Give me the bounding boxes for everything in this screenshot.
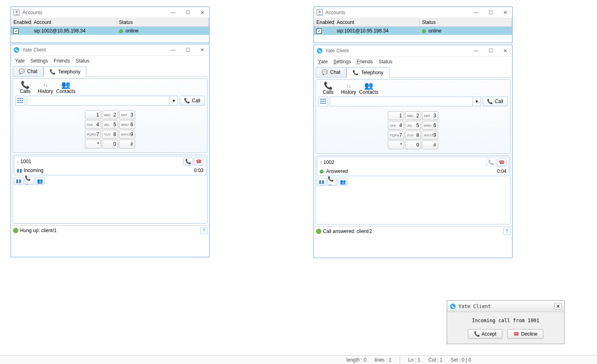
keypad-key-0[interactable]: 0 [102, 140, 118, 149]
keypad-key-1[interactable]: 1 [85, 110, 101, 119]
tab-telephony[interactable]: 📞Telephony [346, 67, 389, 78]
tab-chat[interactable]: 💬Chat [13, 66, 43, 76]
calls-button[interactable]: 📞Calls [318, 81, 338, 95]
hold-button[interactable]: ▮▮ [317, 178, 327, 186]
close-button[interactable]: ✕ [198, 10, 207, 15]
transfer-button[interactable]: 📞↔ [327, 178, 337, 186]
dial-input[interactable] [27, 96, 169, 105]
keypad-key-#[interactable]: # [119, 140, 135, 149]
account-row[interactable]: ✓ sip:1002@10.95.198.34 online [11, 27, 209, 35]
hold-button[interactable]: ▮▮ [14, 177, 24, 185]
call-button[interactable]: 📞Call [180, 96, 205, 106]
col-account[interactable]: Account [31, 18, 117, 26]
keypad-key-8[interactable]: TUV8 [102, 130, 118, 139]
close-button[interactable]: ✕ [501, 10, 510, 15]
menu-status[interactable]: Status [379, 59, 392, 65]
menu-settings[interactable]: Settings [333, 59, 351, 65]
keypad-key-8[interactable]: TUV8 [405, 131, 421, 140]
dial-input[interactable] [330, 97, 472, 106]
svg-rect-9 [19, 100, 21, 101]
call-item[interactable]: ↑ 1002 📞 ☎ Answered 0:04 [317, 157, 509, 176]
titlebar[interactable]: Accounts — ☐ ✕ [11, 7, 209, 18]
answer-button[interactable]: 📞 [183, 157, 193, 166]
help-button[interactable]: ? [503, 228, 510, 235]
keypad-toggle-button[interactable] [15, 96, 25, 106]
keypad-key-0[interactable]: 0 [405, 140, 421, 149]
account-row[interactable]: ✓ sip:1001@10.95.198.34 online [314, 27, 512, 35]
keypad-toggle-button[interactable] [318, 97, 328, 106]
contacts-button[interactable]: 👥Contacts [56, 80, 76, 94]
keypad-key-9[interactable]: WXYZ9 [422, 131, 438, 140]
titlebar[interactable]: Yate Client — ☐ ✕ [11, 44, 209, 56]
col-enabled[interactable]: Enabled [11, 18, 31, 26]
conference-button[interactable]: 👥 [338, 178, 348, 186]
call-item[interactable]: ↓ 1001 📞 ☎ ▮▮ Incoming 0:03 [14, 156, 206, 175]
col-account[interactable]: Account [334, 18, 420, 26]
tab-chat[interactable]: 💬Chat [316, 67, 346, 77]
svg-rect-23 [324, 103, 326, 104]
keypad-key-*[interactable]: * [85, 140, 101, 149]
history-button[interactable]: ↑↓History [36, 80, 55, 94]
minimize-button[interactable]: — [169, 10, 177, 15]
account-sip: sip:1002@10.95.198.34 [31, 27, 117, 35]
keypad-key-5[interactable]: JKL5 [405, 121, 421, 130]
keypad-key-6[interactable]: MNO6 [422, 121, 438, 130]
decline-button[interactable]: ☎Decline [507, 329, 543, 339]
titlebar[interactable]: Yate Client — ☐ ✕ [314, 45, 512, 56]
keypad-key-2[interactable]: ABC2 [102, 110, 118, 119]
maximize-button[interactable]: ☐ [486, 48, 495, 54]
transfer-button[interactable]: 📞↔ [24, 177, 34, 185]
titlebar[interactable]: Accounts — ☐ ✕ [314, 7, 512, 18]
minimize-button[interactable]: — [472, 10, 480, 15]
minimize-button[interactable]: — [169, 47, 177, 53]
keypad-key-5[interactable]: JKL5 [102, 120, 118, 129]
close-button[interactable]: ✕ [198, 47, 207, 53]
keypad-key-1[interactable]: 1 [388, 111, 404, 120]
close-button[interactable]: ✕ [554, 303, 562, 310]
window-title: Accounts [22, 10, 169, 15]
keypad-key-9[interactable]: WXYZ9 [119, 130, 135, 139]
maximize-button[interactable]: ☐ [183, 47, 192, 53]
maximize-button[interactable]: ☐ [183, 10, 192, 15]
hangup-button[interactable]: ☎ [497, 158, 506, 166]
keypad-key-7[interactable]: PQRS7 [85, 130, 101, 139]
contacts-button[interactable]: 👥Contacts [359, 81, 379, 95]
keypad-key-7[interactable]: PQRS7 [388, 131, 404, 140]
keypad-key-2[interactable]: ABC2 [405, 111, 421, 120]
enabled-checkbox[interactable]: ✓ [316, 28, 322, 34]
keypad-key-6[interactable]: MNO6 [119, 120, 135, 129]
enabled-checkbox[interactable]: ✓ [13, 28, 19, 34]
maximize-button[interactable]: ☐ [486, 10, 495, 15]
minimize-button[interactable]: — [472, 48, 480, 54]
menu-yate[interactable]: Yate [318, 59, 328, 65]
menu-yate[interactable]: Yate [15, 58, 25, 64]
menu-friends[interactable]: Friends [357, 59, 373, 65]
keypad-key-4[interactable]: GHI4 [85, 120, 101, 129]
pause-icon: ▮▮ [16, 178, 22, 184]
help-button[interactable]: ? [200, 227, 208, 234]
dial-dropdown[interactable]: ▾ [169, 96, 177, 105]
history-button[interactable]: ↑↓History [339, 81, 358, 95]
keypad-key-3[interactable]: DEF3 [119, 110, 135, 119]
menu-status[interactable]: Status [76, 58, 89, 64]
status-text: online [125, 28, 138, 34]
accept-button[interactable]: 📞Accept [468, 329, 503, 339]
col-status[interactable]: Status [420, 18, 512, 26]
calls-button[interactable]: 📞Calls [15, 80, 35, 94]
menu-settings[interactable]: Settings [30, 58, 48, 64]
keypad-key-4[interactable]: GHI4 [388, 121, 404, 130]
col-status[interactable]: Status [117, 18, 209, 26]
titlebar[interactable]: Yate Client ✕ [447, 301, 564, 312]
keypad-key-3[interactable]: DEF3 [422, 111, 438, 120]
keypad-key-#[interactable]: # [422, 140, 438, 149]
conference-button[interactable]: 👥 [35, 177, 45, 185]
tab-telephony[interactable]: 📞Telephony [43, 67, 87, 77]
menu-friends[interactable]: Friends [54, 58, 70, 64]
keypad-key-*[interactable]: * [388, 140, 404, 149]
col-enabled[interactable]: Enabled [314, 18, 334, 26]
toolbar: 📞Calls ↑↓History 👥Contacts [13, 79, 207, 96]
close-button[interactable]: ✕ [501, 48, 510, 54]
dial-dropdown[interactable]: ▾ [472, 97, 480, 106]
call-button[interactable]: 📞Call [482, 97, 508, 106]
hangup-button[interactable]: ☎ [194, 157, 203, 166]
